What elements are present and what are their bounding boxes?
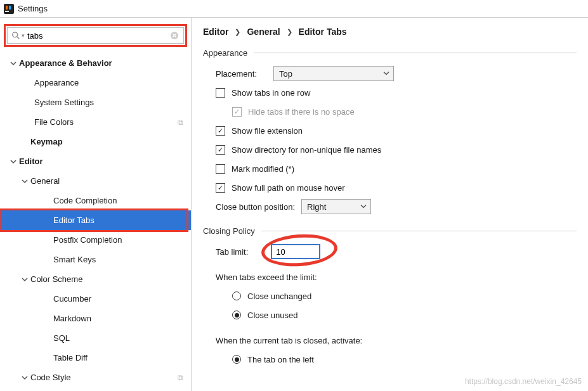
tree-item-smart-keys[interactable]: Smart Keys xyxy=(5,250,191,269)
tree-item-general[interactable]: General xyxy=(5,171,191,191)
chevron-down-icon xyxy=(19,276,30,283)
breadcrumb-seg[interactable]: Editor Tabs xyxy=(299,27,347,37)
clear-search-icon[interactable] xyxy=(169,30,180,41)
tree-item-label: File Colors xyxy=(34,117,74,127)
tree-item-markdown[interactable]: Markdown xyxy=(5,309,191,328)
close-btn-select[interactable]: Right xyxy=(301,199,371,214)
tree-item-label: Table Diff xyxy=(53,353,88,362)
close-unused-option[interactable]: Close unused xyxy=(216,305,577,324)
radio-label: The tab on the left xyxy=(247,355,314,364)
tree-item-keymap[interactable]: Keymap xyxy=(5,132,191,151)
checkbox-icon xyxy=(216,88,225,98)
tree-item-code-completion[interactable]: Code Completion xyxy=(5,191,191,210)
tab-limit-input[interactable] xyxy=(271,244,320,259)
tree-item-label: Color Scheme xyxy=(30,274,82,284)
tab-limit-label: Tab limit: xyxy=(216,247,248,257)
chevron-down-icon xyxy=(383,69,389,79)
checkbox-icon: ✓ xyxy=(216,145,225,155)
svg-rect-3 xyxy=(9,6,11,10)
search-box[interactable]: ▾ xyxy=(7,27,184,44)
section-label: Appearance xyxy=(203,48,247,58)
tree-item-editor[interactable]: Editor xyxy=(5,151,191,171)
checkbox-label: Show full path on mouse hover xyxy=(232,183,345,193)
titlebar: Settings xyxy=(0,0,588,18)
checkbox-icon: ✓ xyxy=(232,107,242,117)
tree-item-label: Code Style xyxy=(30,373,71,382)
exceed-label-row: When tabs exceed the limit: xyxy=(216,267,577,286)
tree-item-label: Cucumber xyxy=(53,294,91,304)
breadcrumb-seg[interactable]: General xyxy=(247,27,280,37)
hide-no-space: ✓ Hide tabs if there is no space xyxy=(216,102,577,121)
svg-line-5 xyxy=(17,37,20,39)
search-input[interactable] xyxy=(26,31,169,41)
tree-item-table-diff[interactable]: Table Diff xyxy=(5,348,191,368)
svg-rect-2 xyxy=(6,6,8,10)
section-closing-policy: Closing Policy xyxy=(203,226,577,236)
select-value: Right xyxy=(307,202,326,212)
close-btn-label: Close button position: xyxy=(216,202,295,212)
placement-select[interactable]: Top xyxy=(273,66,394,81)
tree-item-sql[interactable]: SQL xyxy=(5,328,191,348)
tree-item-label: Editor xyxy=(19,157,43,166)
divider xyxy=(254,53,577,53)
tab-limit-row: Tab limit: xyxy=(216,242,577,261)
tree-item-label: Smart Keys xyxy=(53,255,96,264)
exceed-label: When tabs exceed the limit: xyxy=(216,272,317,282)
tree-item-editor-tabs[interactable]: Editor Tabs xyxy=(0,210,191,230)
mark-modified[interactable]: Mark modified (*) xyxy=(216,159,577,178)
tree-item-system-settings[interactable]: System Settings xyxy=(5,93,191,112)
tree-item-label: Markdown xyxy=(53,314,91,323)
content-panel: Editor ❯ General ❯ Editor Tabs Appearanc… xyxy=(192,18,588,391)
tree-item-label: Editor Tabs xyxy=(53,215,95,225)
svg-point-4 xyxy=(13,32,18,37)
sidebar: ▾ Appearance & Behavior Appearance xyxy=(0,18,192,391)
show-full-path[interactable]: ✓ Show full path on mouse hover xyxy=(216,178,577,197)
breadcrumb: Editor ❯ General ❯ Editor Tabs xyxy=(203,27,577,37)
placement-label: Placement: xyxy=(216,69,257,79)
tree-item-label: System Settings xyxy=(34,98,94,107)
tree-item-code-style[interactable]: Code Style ⧉ xyxy=(5,368,191,387)
chevron-down-icon xyxy=(8,158,19,165)
tree-item-label: SQL xyxy=(53,333,70,343)
checkbox-icon: ✓ xyxy=(216,183,225,193)
scope-icon: ⧉ xyxy=(178,373,183,382)
tree-item-file-colors[interactable]: File Colors ⧉ xyxy=(5,112,191,132)
chevron-down-icon xyxy=(19,178,30,184)
radio-label: Close unchanged xyxy=(247,292,311,301)
chevron-down-icon xyxy=(360,202,367,212)
tab-left-option[interactable]: The tab on the left xyxy=(216,350,577,369)
chevron-down-icon xyxy=(8,60,19,67)
tree-item-postfix-completion[interactable]: Postfix Completion xyxy=(5,230,191,250)
watermark: https://blog.csdn.net/weixin_42645 xyxy=(465,377,582,386)
tree-item-cucumber[interactable]: Cucumber xyxy=(5,289,191,309)
checkbox-label: Show directory for non-unique file names xyxy=(232,145,381,155)
show-file-extension[interactable]: ✓ Show file extension xyxy=(216,121,577,140)
breadcrumb-seg[interactable]: Editor xyxy=(203,27,228,37)
settings-tree: Appearance & Behavior Appearance System … xyxy=(0,53,191,387)
window-title: Settings xyxy=(18,4,48,13)
app-icon xyxy=(4,4,14,14)
closed-label-row: When the current tab is closed, activate… xyxy=(216,331,577,350)
tree-item-label: Postfix Completion xyxy=(53,235,122,245)
section-appearance: Appearance xyxy=(203,48,577,58)
tree-item-color-scheme[interactable]: Color Scheme xyxy=(5,269,191,289)
tree-item-appearance[interactable]: Appearance xyxy=(5,73,191,93)
svg-rect-1 xyxy=(5,11,9,12)
divider xyxy=(261,231,577,231)
tree-item-label: Code Completion xyxy=(53,196,117,205)
checkbox-icon: ✓ xyxy=(216,126,225,136)
chevron-right-icon: ❯ xyxy=(235,28,240,36)
radio-icon xyxy=(232,355,241,364)
checkbox-label: Hide tabs if there is no space xyxy=(248,107,355,117)
show-directory[interactable]: ✓ Show directory for non-unique file nam… xyxy=(216,140,577,159)
show-one-row[interactable]: Show tabs in one row xyxy=(216,83,577,102)
chevron-right-icon: ❯ xyxy=(287,28,292,36)
search-dropdown-caret-icon[interactable]: ▾ xyxy=(22,32,25,39)
tree-item-appearance-behavior[interactable]: Appearance & Behavior xyxy=(5,53,191,73)
radio-icon xyxy=(232,292,241,300)
select-value: Top xyxy=(279,69,292,79)
checkbox-icon xyxy=(216,164,225,174)
tree-item-label: Appearance xyxy=(34,78,79,87)
close-unchanged-option[interactable]: Close unchanged xyxy=(216,286,577,305)
scope-icon: ⧉ xyxy=(178,118,183,127)
